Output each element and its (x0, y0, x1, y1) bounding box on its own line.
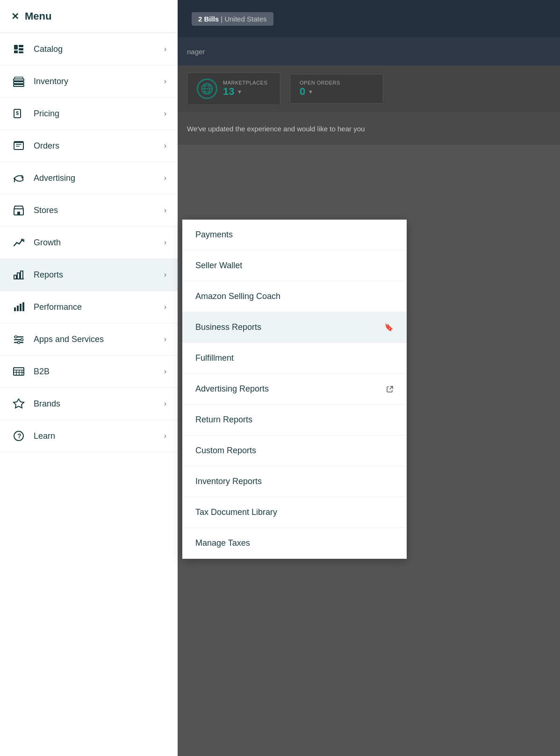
svg-rect-25 (17, 212, 20, 215)
b2b-chevron: › (164, 367, 166, 376)
sidebar-item-apps-and-services[interactable]: Apps and Services › (0, 323, 178, 356)
bills-count: 2 Bills (198, 15, 219, 23)
sidebar-item-reports[interactable]: Reports › (0, 259, 178, 291)
open-orders-chevron[interactable]: ▾ (309, 88, 312, 95)
submenu-item-seller-wallet[interactable]: Seller Wallet (182, 250, 407, 281)
svg-rect-32 (20, 304, 22, 311)
submenu-item-business-reports[interactable]: Business Reports 🔖 (182, 312, 407, 343)
submenu-item-fulfillment[interactable]: Fulfillment (182, 343, 407, 374)
stores-icon (11, 203, 26, 218)
advertising-chevron: › (164, 174, 166, 182)
sidebar-item-learn[interactable]: ? Learn › (0, 420, 178, 452)
submenu-item-payments[interactable]: Payments (182, 220, 407, 250)
inventory-chevron: › (164, 77, 166, 86)
stats-bar: MARKETPLACES 13 ▾ OPEN ORDERS 0 ▾ (178, 65, 560, 112)
bookmark-icon: 🔖 (384, 323, 394, 332)
svg-point-20 (14, 178, 15, 179)
svg-rect-8 (14, 50, 18, 53)
apps-and-services-chevron: › (164, 335, 166, 343)
svg-rect-5 (14, 45, 18, 50)
learn-label: Learn (34, 431, 164, 441)
external-link-icon (386, 385, 394, 393)
open-orders-info: OPEN ORDERS 0 ▾ (300, 80, 340, 98)
sidebar-item-performance[interactable]: Performance › (0, 291, 178, 323)
return-reports-label: Return Reports (195, 415, 252, 425)
submenu-item-manage-taxes[interactable]: Manage Taxes (182, 528, 407, 559)
sidebar-item-inventory[interactable]: Inventory › (0, 65, 178, 98)
svg-point-38 (21, 339, 23, 341)
performance-label: Performance (34, 302, 164, 312)
b2b-icon (11, 364, 26, 379)
reports-submenu: Payments Seller Wallet Amazon Selling Co… (182, 220, 407, 559)
marketplaces-label: MARKETPLACES (223, 80, 267, 86)
amazon-selling-coach-label: Amazon Selling Coach (195, 292, 280, 301)
svg-text:?: ? (17, 432, 22, 440)
sidebar-item-brands[interactable]: Brands › (0, 388, 178, 420)
svg-point-23 (22, 177, 23, 178)
marketplaces-card[interactable]: MARKETPLACES 13 ▾ (187, 72, 280, 105)
svg-point-37 (15, 336, 17, 338)
sidebar-item-orders[interactable]: Orders › (0, 130, 178, 162)
submenu-item-tax-document-library[interactable]: Tax Document Library (182, 497, 407, 528)
inventory-icon (11, 74, 26, 89)
submenu-item-amazon-selling-coach[interactable]: Amazon Selling Coach (182, 281, 407, 312)
catalog-icon (11, 42, 26, 57)
sidebar: ✕ Menu Catalog › (0, 0, 178, 756)
pricing-icon: $ (11, 106, 26, 121)
open-orders-value-row: 0 ▾ (300, 86, 340, 98)
svg-rect-30 (14, 307, 16, 311)
sidebar-item-b2b[interactable]: B2B › (0, 356, 178, 388)
marketplaces-info: MARKETPLACES 13 ▾ (223, 80, 267, 98)
reports-chevron: › (164, 271, 166, 279)
orders-chevron: › (164, 142, 166, 150)
svg-rect-31 (17, 306, 19, 311)
sidebar-item-catalog[interactable]: Catalog › (0, 33, 178, 65)
orders-label: Orders (34, 141, 164, 151)
svg-rect-13 (14, 77, 23, 79)
marketplaces-value: 13 (223, 86, 234, 98)
submenu-item-custom-reports[interactable]: Custom Reports (182, 435, 407, 466)
performance-icon (11, 300, 26, 314)
submenu-item-advertising-reports[interactable]: Advertising Reports (182, 374, 407, 405)
growth-icon (11, 235, 26, 250)
brands-label: Brands (34, 399, 164, 409)
inventory-reports-label: Inventory Reports (195, 477, 262, 486)
payments-label: Payments (195, 230, 233, 240)
business-reports-label: Business Reports (195, 322, 261, 332)
pricing-chevron: › (164, 109, 166, 118)
open-orders-card[interactable]: OPEN ORDERS 0 ▾ (290, 74, 383, 104)
pricing-label: Pricing (34, 109, 164, 119)
reports-label: Reports (34, 270, 164, 280)
marketplaces-value-row: 13 ▾ (223, 86, 267, 98)
marketplaces-chevron[interactable]: ▾ (238, 88, 241, 95)
catalog-label: Catalog (34, 44, 164, 54)
seller-wallet-label: Seller Wallet (195, 261, 242, 271)
catalog-chevron: › (164, 45, 166, 53)
sidebar-nav: Catalog › Inventory › $ (0, 33, 178, 756)
advertising-icon (11, 171, 26, 185)
svg-point-22 (22, 175, 23, 177)
advertising-label: Advertising (34, 173, 164, 183)
globe-icon (197, 78, 217, 99)
submenu-item-inventory-reports[interactable]: Inventory Reports (182, 466, 407, 497)
sub-header: nager (178, 37, 560, 65)
update-banner-text: We've updated the experience and would l… (187, 125, 365, 133)
apps-icon (11, 332, 26, 347)
sidebar-header: ✕ Menu (0, 0, 178, 33)
fulfillment-label: Fulfillment (195, 353, 234, 363)
reports-icon (11, 267, 26, 282)
advertising-reports-label: Advertising Reports (195, 384, 269, 394)
orders-icon (11, 138, 26, 153)
sidebar-item-stores[interactable]: Stores › (0, 194, 178, 227)
svg-rect-9 (19, 51, 23, 53)
sidebar-item-growth[interactable]: Growth › (0, 227, 178, 259)
close-icon[interactable]: ✕ (11, 11, 19, 22)
tax-document-library-label: Tax Document Library (195, 507, 277, 517)
sidebar-item-advertising[interactable]: Advertising › (0, 162, 178, 194)
submenu-item-return-reports[interactable]: Return Reports (182, 405, 407, 435)
sidebar-item-pricing[interactable]: $ Pricing › (0, 98, 178, 130)
svg-rect-6 (19, 45, 23, 47)
bills-badge[interactable]: 2 Bills | United States (192, 12, 273, 26)
svg-rect-19 (14, 141, 23, 143)
stores-label: Stores (34, 206, 164, 215)
